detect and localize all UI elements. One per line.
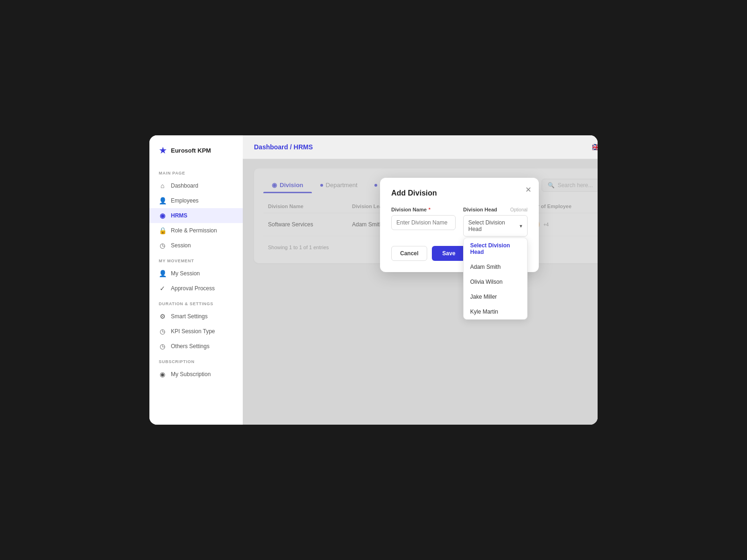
sidebar-item-kpi-session-type[interactable]: ◷ KPI Session Type xyxy=(149,324,243,339)
clock-icon: ◷ xyxy=(159,242,166,249)
sidebar-item-my-subscription[interactable]: ◉ My Subscription xyxy=(149,367,243,382)
add-division-modal: Add Division ✕ Division Name * xyxy=(380,178,539,272)
sidebar-section-label-movement: MY MOVEMENT xyxy=(149,253,243,266)
logo-star-icon: ★ xyxy=(159,145,167,156)
sidebar-item-label: Session xyxy=(171,242,191,249)
dropdown-option-jake[interactable]: Jake Miller xyxy=(464,289,527,304)
logo-text: Eurosoft KPM xyxy=(171,147,211,154)
dropdown-option-olivia[interactable]: Olivia Wilson xyxy=(464,274,527,289)
others-icon: ◷ xyxy=(159,343,166,350)
sidebar-item-label: Others Settings xyxy=(171,343,210,350)
dropdown-option-kyle[interactable]: Kyle Martin xyxy=(464,304,527,319)
logo-area: ★ Eurosoft KPM xyxy=(149,145,243,165)
division-name-label: Division Name * xyxy=(391,207,456,212)
header: Dashboard / HRMS 🇬🇧 🔔 ★ Eurosoft ▾ xyxy=(243,135,598,159)
select-current-value: Select Division Head xyxy=(468,219,520,232)
sidebar-item-label: HRMS xyxy=(171,212,187,219)
sidebar-item-dashboard[interactable]: ⌂ Dashboard xyxy=(149,178,243,193)
settings-icon: ⚙ xyxy=(159,313,166,320)
content-area: ◉ Division Department Designation xyxy=(243,159,598,425)
kpi-icon: ◷ xyxy=(159,328,166,335)
breadcrumb: Dashboard / HRMS xyxy=(254,143,313,151)
sidebar-item-approval-process[interactable]: ✓ Approval Process xyxy=(149,281,243,296)
sidebar-item-label: Role & Permission xyxy=(171,227,217,234)
sidebar: ★ Eurosoft KPM MAIN PAGE ⌂ Dashboard 👤 E… xyxy=(149,135,243,425)
sidebar-item-role-permission[interactable]: 🔒 Role & Permission xyxy=(149,223,243,238)
sidebar-item-others-settings[interactable]: ◷ Others Settings xyxy=(149,339,243,354)
optional-label: Optional xyxy=(510,207,528,212)
save-button[interactable]: Save xyxy=(432,246,465,261)
division-name-group: Division Name * xyxy=(391,207,456,237)
modal-body: Division Name * Division Head Optional xyxy=(391,207,528,237)
sidebar-item-hrms[interactable]: ◉ HRMS xyxy=(149,208,243,223)
required-marker: * xyxy=(429,207,430,212)
home-icon: ⌂ xyxy=(159,182,166,189)
sidebar-item-label: Employees xyxy=(171,197,198,204)
modal-overlay: Add Division ✕ Division Name * xyxy=(243,159,598,425)
sidebar-item-employees[interactable]: 👤 Employees xyxy=(149,193,243,208)
sidebar-item-session[interactable]: ◷ Session xyxy=(149,238,243,253)
division-name-input[interactable] xyxy=(391,215,456,230)
header-right: 🇬🇧 🔔 ★ Eurosoft ▾ xyxy=(591,142,598,152)
division-head-label: Division Head Optional xyxy=(463,207,528,212)
hrms-icon: ◉ xyxy=(159,212,166,219)
sidebar-item-label: My Subscription xyxy=(171,371,211,378)
cancel-button[interactable]: Cancel xyxy=(391,246,427,261)
sidebar-item-label: KPI Session Type xyxy=(171,328,215,335)
my-session-icon: 👤 xyxy=(159,270,166,277)
sidebar-section-label-duration: DURATION & SETTINGS xyxy=(149,296,243,309)
dropdown-option-adam[interactable]: Adam Smith xyxy=(464,259,527,274)
sidebar-section-main: MAIN PAGE ⌂ Dashboard 👤 Employees ◉ HRMS… xyxy=(149,165,243,253)
sidebar-item-label: Smart Settings xyxy=(171,313,208,320)
subscription-icon: ◉ xyxy=(159,371,166,378)
sidebar-item-label: Approval Process xyxy=(171,285,215,292)
division-head-group: Division Head Optional Select Division H… xyxy=(463,207,528,237)
dropdown-option-select[interactable]: Select Division Head xyxy=(464,238,527,259)
employees-icon: 👤 xyxy=(159,197,166,204)
sidebar-section-label-subscription: SUBSCRIPTION xyxy=(149,354,243,367)
approval-icon: ✓ xyxy=(159,285,166,292)
breadcrumb-separator: / xyxy=(290,143,294,151)
language-flag[interactable]: 🇬🇧 xyxy=(591,143,598,151)
sidebar-section-label-main: MAIN PAGE xyxy=(149,165,243,178)
breadcrumb-base: Dashboard xyxy=(254,143,288,151)
sidebar-section-movement: MY MOVEMENT 👤 My Session ✓ Approval Proc… xyxy=(149,253,243,296)
lock-icon: 🔒 xyxy=(159,227,166,234)
main-content: Dashboard / HRMS 🇬🇧 🔔 ★ Eurosoft ▾ xyxy=(243,135,598,425)
sidebar-item-smart-settings[interactable]: ⚙ Smart Settings xyxy=(149,309,243,324)
select-chevron-icon: ▾ xyxy=(520,223,522,229)
division-head-select-wrapper: Select Division Head ▾ Select Division H… xyxy=(463,215,528,237)
sidebar-section-subscription: SUBSCRIPTION ◉ My Subscription xyxy=(149,354,243,382)
breadcrumb-current: HRMS xyxy=(294,143,313,151)
division-head-dropdown: Select Division Head Adam Smith Olivia W… xyxy=(463,238,528,320)
division-head-select[interactable]: Select Division Head ▾ xyxy=(463,215,528,237)
sidebar-item-my-session[interactable]: 👤 My Session xyxy=(149,266,243,281)
sidebar-item-label: My Session xyxy=(171,270,200,277)
modal-title: Add Division xyxy=(391,189,528,197)
modal-close-button[interactable]: ✕ xyxy=(525,185,531,194)
sidebar-section-duration: DURATION & SETTINGS ⚙ Smart Settings ◷ K… xyxy=(149,296,243,354)
sidebar-item-label: Dashboard xyxy=(171,182,198,189)
